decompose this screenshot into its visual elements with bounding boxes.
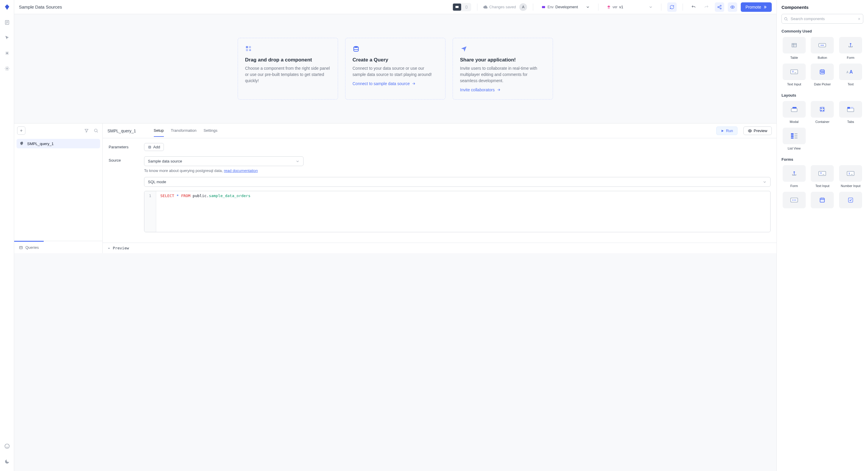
tab-setup[interactable]: Setup bbox=[154, 128, 164, 137]
comp-text-input[interactable]: TText Input bbox=[781, 63, 807, 86]
comp-password[interactable] bbox=[781, 192, 807, 208]
comp-number-input[interactable]: 1Number Input bbox=[838, 165, 863, 188]
filter-icon[interactable] bbox=[83, 127, 90, 134]
svg-rect-42 bbox=[850, 107, 853, 109]
comp-form-2[interactable]: Form bbox=[781, 165, 807, 188]
svg-point-30 bbox=[824, 72, 824, 73]
tab-settings[interactable]: Settings bbox=[204, 128, 217, 137]
env-selector[interactable]: Env Development bbox=[539, 4, 592, 10]
version-selector[interactable]: ver v1 bbox=[604, 4, 655, 10]
svg-point-7 bbox=[720, 5, 721, 6]
svg-text:1: 1 bbox=[848, 172, 850, 175]
database-icon bbox=[352, 45, 438, 54]
query-name[interactable]: SMPL_query_1 bbox=[107, 128, 136, 133]
svg-rect-6 bbox=[542, 6, 545, 8]
svg-point-10 bbox=[732, 6, 733, 8]
comp-date-picker[interactable]: Date Picker bbox=[810, 63, 835, 86]
svg-point-24 bbox=[823, 45, 824, 46]
share-icon[interactable] bbox=[715, 2, 724, 12]
run-button[interactable]: Run bbox=[716, 126, 738, 135]
svg-point-37 bbox=[823, 108, 824, 109]
svg-point-14 bbox=[354, 46, 359, 48]
preview-footer[interactable]: Preview bbox=[103, 243, 776, 253]
svg-point-23 bbox=[822, 45, 823, 46]
settings-icon[interactable] bbox=[2, 64, 12, 73]
search-input[interactable] bbox=[781, 14, 863, 24]
avatar[interactable]: A bbox=[519, 3, 527, 11]
section-forms: Forms bbox=[781, 157, 863, 161]
card-desc: Connect to your data source or use our s… bbox=[352, 65, 438, 78]
comp-date-2[interactable] bbox=[810, 192, 835, 208]
svg-point-22 bbox=[821, 45, 822, 46]
comp-container[interactable]: Container bbox=[810, 101, 835, 123]
query-item[interactable]: SMPL_query_1 bbox=[17, 139, 100, 148]
undo-icon[interactable] bbox=[689, 2, 698, 12]
sql-editor[interactable]: 1 SELECT * FROM public.sample_data_order… bbox=[144, 191, 771, 232]
comp-modal[interactable]: Modal bbox=[781, 101, 807, 123]
debug-icon[interactable] bbox=[2, 49, 12, 58]
send-icon bbox=[460, 45, 546, 54]
svg-rect-55 bbox=[848, 198, 853, 202]
refresh-icon[interactable] bbox=[667, 2, 677, 12]
search-icon[interactable] bbox=[92, 127, 99, 134]
comp-text-input-2[interactable]: TText Input bbox=[810, 165, 835, 188]
card-desc: Invite users to collaborate in real-time… bbox=[460, 65, 546, 84]
svg-point-28 bbox=[822, 72, 822, 73]
svg-point-2 bbox=[6, 68, 8, 69]
promote-button[interactable]: Promote bbox=[741, 2, 772, 12]
svg-point-9 bbox=[720, 8, 721, 9]
svg-rect-25 bbox=[790, 70, 798, 74]
line-number: 1 bbox=[144, 191, 156, 232]
clear-icon[interactable] bbox=[857, 17, 861, 21]
svg-rect-45 bbox=[791, 138, 794, 139]
logo-icon[interactable] bbox=[2, 2, 12, 12]
redo-icon[interactable] bbox=[702, 2, 711, 12]
card-title: Drag and drop a component bbox=[245, 57, 331, 63]
comp-checkbox[interactable] bbox=[838, 192, 863, 208]
svg-point-52 bbox=[794, 200, 795, 201]
svg-rect-43 bbox=[791, 133, 794, 135]
query-editor: SMPL_query_1 Setup Transformation Settin… bbox=[103, 123, 776, 253]
pages-icon[interactable] bbox=[2, 18, 12, 27]
svg-text:A: A bbox=[849, 69, 853, 75]
comp-list-view[interactable]: List View bbox=[781, 128, 807, 150]
components-title: Components bbox=[781, 5, 863, 10]
onboard-card-share: Share your application! Invite users to … bbox=[453, 38, 553, 99]
query-item-label: SMPL_query_1 bbox=[27, 142, 54, 146]
svg-rect-54 bbox=[820, 198, 825, 202]
connect-sample-link[interactable]: Connect to sample data source bbox=[352, 81, 438, 86]
svg-rect-41 bbox=[847, 107, 850, 109]
support-icon[interactable] bbox=[2, 441, 12, 451]
add-parameter-button[interactable]: Add bbox=[144, 143, 164, 151]
mode-toggle[interactable] bbox=[452, 3, 471, 11]
svg-point-29 bbox=[822, 72, 823, 73]
theme-icon[interactable] bbox=[2, 457, 12, 466]
source-select[interactable]: Sample data source bbox=[144, 156, 304, 166]
query-panel: SMPL_query_1 Queries SMPL_query_1 Setup bbox=[14, 123, 776, 253]
queries-tab[interactable]: Queries bbox=[14, 241, 44, 253]
comp-button[interactable]: Button bbox=[810, 37, 835, 59]
svg-rect-20 bbox=[792, 43, 796, 47]
svg-rect-16 bbox=[20, 246, 22, 248]
add-query-button[interactable] bbox=[17, 126, 25, 135]
comp-form[interactable]: Form bbox=[838, 37, 863, 59]
eye-icon[interactable] bbox=[728, 2, 737, 12]
preview-button[interactable]: Preview bbox=[743, 126, 772, 135]
help-text: To know more about querying postgresql d… bbox=[144, 169, 771, 173]
tab-transformation[interactable]: Transformation bbox=[171, 128, 197, 137]
svg-rect-4 bbox=[456, 6, 459, 8]
comp-tabs[interactable]: Tabs bbox=[838, 101, 863, 123]
svg-rect-48 bbox=[847, 171, 854, 176]
svg-point-15 bbox=[94, 129, 97, 132]
comp-text[interactable]: AAText bbox=[838, 63, 863, 86]
card-desc: Choose a component from the right side p… bbox=[245, 65, 331, 84]
cursor-icon[interactable] bbox=[2, 33, 12, 42]
invite-link[interactable]: Invite collaborators bbox=[460, 87, 546, 92]
desktop-mode-icon[interactable] bbox=[453, 4, 461, 11]
comp-table[interactable]: Table bbox=[781, 37, 807, 59]
component-icon bbox=[245, 45, 331, 54]
mobile-mode-icon[interactable] bbox=[462, 4, 471, 11]
svg-rect-33 bbox=[791, 109, 797, 112]
mode-select[interactable]: SQL mode bbox=[144, 177, 771, 187]
read-documentation-link[interactable]: read documentation bbox=[224, 169, 258, 173]
